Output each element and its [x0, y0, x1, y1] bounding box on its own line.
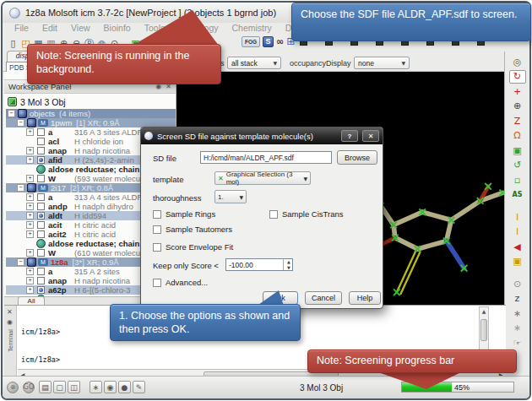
screenshot-root: { "window": { "title": "1z8a Molsoft icm…: [0, 0, 532, 401]
callout-choose-sdf: Choose the SDF file ALDR_APF.sdf to scre…: [291, 3, 531, 41]
callout-progress-bar: Note: Screening progress bar: [307, 350, 517, 373]
callout-choose-options: 1. Choose the options as shown and then …: [110, 304, 301, 341]
callout-screening-background: Note: Screening is running in the backgr…: [27, 44, 221, 84]
